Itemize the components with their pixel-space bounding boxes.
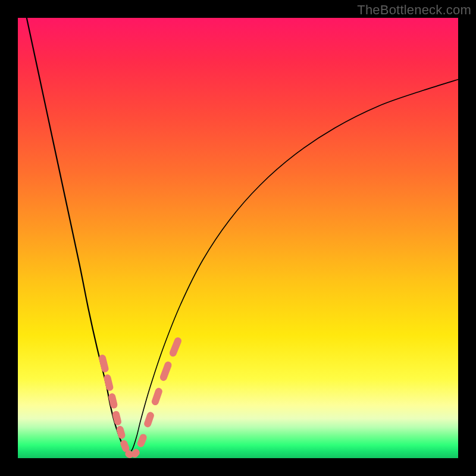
curve-marker [136,433,148,449]
curve-marker [112,410,123,425]
curve-marker [103,374,114,392]
curve-marker [98,354,109,373]
chart-frame: TheBottleneck.com [0,0,476,476]
curve-marker [151,387,163,406]
curve-marker [143,411,155,428]
curve-marker [115,425,126,439]
curve-markers [98,336,183,459]
plot-area [18,18,458,458]
curve-marker [159,361,173,382]
curve-marker [168,336,183,358]
watermark-text: TheBottleneck.com [357,2,471,18]
curve-right-branch [128,80,458,455]
chart-svg [18,18,458,458]
curve-marker [108,393,118,409]
